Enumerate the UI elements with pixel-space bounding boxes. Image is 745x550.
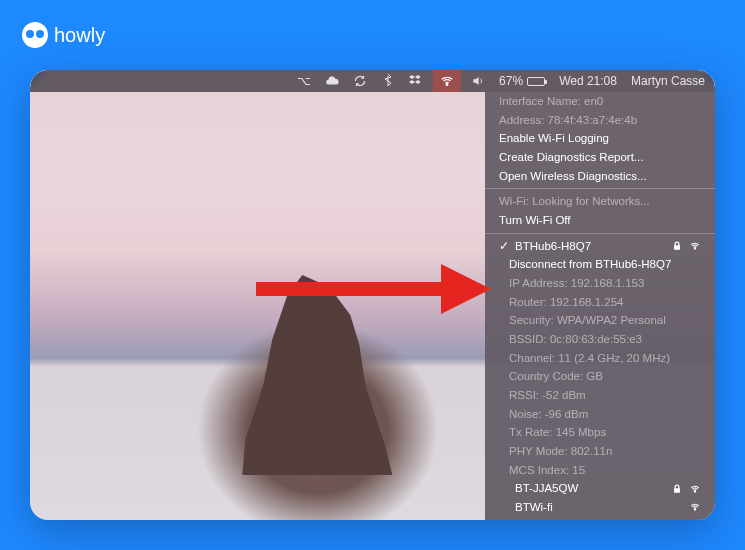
lock-icon (671, 240, 683, 252)
wifi-menubar-icon[interactable] (433, 70, 461, 92)
wifi-country: Country Code: GB (485, 367, 715, 386)
wifi-rssi: RSSI: -52 dBm (485, 386, 715, 405)
open-wireless-diagnostics[interactable]: Open Wireless Diagnostics... (485, 167, 715, 186)
cloud-icon[interactable] (325, 74, 339, 88)
wifi-icon (689, 483, 701, 495)
wifi-channel: Channel: 11 (2.4 GHz, 20 MHz) (485, 349, 715, 368)
bluetooth-icon[interactable] (381, 74, 395, 88)
wifi-ip: IP Address: 192.168.1.153 (485, 274, 715, 293)
wifi-phy: PHY Mode: 802.11n (485, 442, 715, 461)
dropbox-icon[interactable] (409, 74, 423, 88)
volume-icon[interactable] (471, 74, 485, 88)
wifi-icon (689, 240, 701, 252)
wifi-txrate: Tx Rate: 145 Mbps (485, 423, 715, 442)
wifi-mac-address: Address: 78:4f:43:a7:4e:4b (485, 111, 715, 130)
screenshot-frame: ⌥ 67% Wed 21:08 Martyn Casse Interface N… (30, 70, 715, 520)
wifi-security: Security: WPA/WPA2 Personal (485, 311, 715, 330)
wifi-dropdown: Interface Name: en0 Address: 78:4f:43:a7… (485, 92, 715, 520)
brand-logo: howly (22, 22, 105, 48)
brand-name: howly (54, 24, 105, 47)
menu-text-icon[interactable]: ⌥ (297, 74, 311, 88)
lock-icon (671, 483, 683, 495)
battery-icon (527, 77, 545, 86)
macos-menubar: ⌥ 67% Wed 21:08 Martyn Casse (30, 70, 715, 92)
svg-point-3 (694, 509, 695, 510)
disconnect-network[interactable]: Disconnect from BTHub6-H8Q7 (485, 255, 715, 274)
network-item[interactable]: BTWi-fi (485, 498, 715, 517)
svg-point-2 (694, 491, 695, 492)
rock-formation (242, 275, 392, 475)
wifi-mcs: MCS Index: 15 (485, 461, 715, 480)
wifi-router: Router: 192.168.1.254 (485, 293, 715, 312)
create-diagnostics-report[interactable]: Create Diagnostics Report... (485, 148, 715, 167)
svg-point-0 (446, 84, 448, 86)
turn-wifi-off[interactable]: Turn Wi-Fi Off (485, 211, 715, 230)
network-item[interactable]: BTWifi-X (485, 517, 715, 520)
battery-indicator[interactable]: 67% (499, 74, 545, 88)
wifi-noise: Noise: -96 dBm (485, 405, 715, 424)
sync-icon[interactable] (353, 74, 367, 88)
network-item[interactable]: BT-JJA5QW (485, 479, 715, 498)
menubar-user[interactable]: Martyn Casse (631, 74, 705, 88)
checkmark-icon: ✓ (499, 238, 509, 255)
svg-point-1 (694, 248, 695, 249)
owl-icon (22, 22, 48, 48)
menu-divider (485, 188, 715, 189)
wifi-looking: Wi-Fi: Looking for Networks... (485, 192, 715, 211)
wifi-icon (689, 501, 701, 513)
enable-wifi-logging[interactable]: Enable Wi-Fi Logging (485, 129, 715, 148)
menu-divider (485, 233, 715, 234)
menubar-datetime[interactable]: Wed 21:08 (559, 74, 617, 88)
battery-pct: 67% (499, 74, 523, 88)
wifi-bssid: BSSID: 0c:80:63:de:55:e3 (485, 330, 715, 349)
wifi-interface-name: Interface Name: en0 (485, 92, 715, 111)
connected-network[interactable]: ✓ BTHub6-H8Q7 (485, 237, 715, 256)
